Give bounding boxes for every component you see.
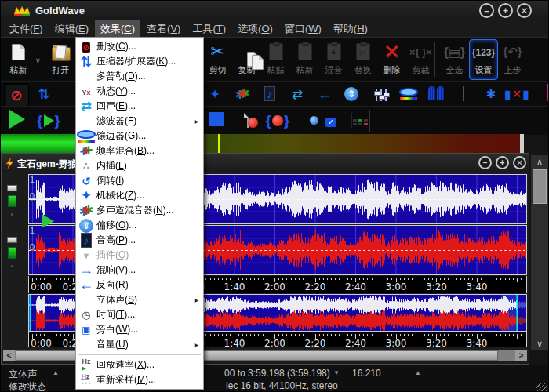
compressor-effect-button[interactable]: ⇅ — [32, 83, 56, 105]
menubar-item-W[interactable]: 窗口(W) — [279, 20, 327, 38]
folder-glyph — [52, 47, 71, 61]
scroll-down-arrow[interactable]: ∨ — [531, 337, 548, 350]
menu-item-S[interactable]: 立体声(S)► — [76, 292, 203, 307]
doc-maximize-button[interactable]: + — [496, 156, 509, 169]
ruler-tick — [339, 334, 340, 336]
menubar-item-O[interactable]: 选项(O) — [232, 20, 278, 38]
equalizer-effect-button[interactable] — [369, 83, 393, 105]
flanger-effect-button[interactable] — [397, 83, 420, 105]
offset-effect-button[interactable]: ⇕ — [340, 83, 363, 105]
selection-dropdown-icon[interactable]: ▼ — [333, 369, 340, 376]
menu-item-P[interactable]: ♪音高(P)... — [76, 233, 203, 248]
menu-item-V[interactable]: →混响(V)... — [76, 263, 203, 278]
stop-button[interactable] — [203, 109, 230, 132]
menubar-item-E[interactable]: 编辑(E) — [49, 20, 94, 38]
title-bar[interactable]: GoldWave – + ✕ — [1, 1, 549, 21]
channel-mixer-effect-button[interactable]: ✱ — [231, 83, 254, 105]
fader-level-led — [8, 247, 16, 259]
select-all-button[interactable]: {▤}全选 — [440, 39, 469, 80]
play-button[interactable] — [4, 109, 31, 132]
menu-item-I[interactable]: ↺倒转(I) — [76, 173, 203, 188]
spectrum-filter-effect-button[interactable] — [452, 83, 475, 105]
new-dropdown-caret[interactable]: ∨ — [35, 56, 41, 64]
record-selection-button[interactable] — [264, 109, 291, 132]
menu-item-W[interactable]: ▣旁白(W)... — [76, 322, 203, 337]
play-selection-button[interactable] — [35, 109, 62, 132]
menu-item-N[interactable]: ✱多声道混音器(N)... — [76, 203, 203, 218]
noise-reduction-effect-button[interactable]: ▮✕▮ — [505, 83, 529, 105]
menu-item-K[interactable]: ⇅压缩器/扩展器(K)... — [76, 54, 203, 69]
new-file-button[interactable]: 粘新 — [4, 39, 33, 80]
menu-item-C[interactable]: ⊘删改(C)... — [76, 39, 203, 54]
delete-button[interactable]: ✕删除 — [377, 39, 406, 80]
ruler-tick — [529, 278, 529, 280]
fader-handle[interactable] — [7, 237, 17, 243]
playback-marker-icon[interactable] — [42, 214, 54, 228]
menu-item-E[interactable]: ⇄回声(E)... — [76, 99, 203, 114]
doc-close-button[interactable]: ✕ — [513, 156, 526, 169]
mechanize-effect-button[interactable]: ✦ — [203, 83, 227, 105]
undo-step-button[interactable]: {↶}上步 — [498, 39, 527, 80]
menu-item-G[interactable]: 镶边器(G)... — [76, 129, 203, 143]
cut-button[interactable]: ✂剪切 — [203, 39, 232, 80]
copy-button[interactable]: 复制 — [232, 39, 261, 80]
disable-effect-button[interactable]: ⊘ — [4, 83, 29, 107]
control-properties-button[interactable] — [338, 109, 365, 132]
right-channel-fader[interactable] — [7, 237, 18, 267]
open-folder-button[interactable]: 打开 — [46, 39, 75, 80]
menubar-item-V[interactable]: 查看(V) — [141, 20, 186, 38]
gate-effect-button[interactable] — [424, 83, 448, 105]
menubar-item-H[interactable]: 帮助(H) — [328, 20, 373, 38]
maximize-button[interactable]: + — [498, 3, 513, 18]
echo-icon: ⇄ — [81, 98, 92, 114]
doc-minimize-button[interactable]: – — [478, 156, 492, 169]
left-channel-fader[interactable] — [7, 185, 18, 216]
ruler-tick — [513, 278, 514, 280]
pop-removal-effect-button[interactable]: ✱ — [479, 83, 503, 105]
menu-item-T[interactable]: ◷时间(T)... — [76, 307, 203, 322]
vertical-scrollbar[interactable]: ∧ ∨ — [531, 155, 548, 350]
reverse-effect-button[interactable]: ← — [313, 83, 336, 105]
paste-new-button[interactable]: ▫粘新 — [290, 39, 319, 80]
menu-item-U[interactable]: 音量(U)► — [76, 337, 203, 352]
scroll-left-arrow[interactable]: < — [3, 350, 15, 361]
channel-mode-dropdown-icon[interactable]: ▲ — [53, 369, 59, 376]
vertical-scroll-thumb[interactable] — [533, 169, 547, 204]
menu-item-M[interactable]: Hz∘∘∘重新采样(M)... — [76, 372, 203, 387]
ruler-tick — [400, 334, 401, 336]
scroll-right-arrow[interactable]: > — [515, 350, 527, 361]
resize-grip[interactable] — [536, 383, 547, 391]
trim-button[interactable]: ×{ }×剪裁 — [406, 39, 435, 80]
menu-item-X[interactable]: Hz▶回放速率(X)... — [76, 358, 203, 372]
menu-item-Y[interactable]: Yx动态(Y)... — [76, 84, 203, 99]
menu-item-R[interactable]: ←反向(R) — [76, 278, 203, 292]
record-selection-icon — [266, 112, 290, 129]
scroll-up-arrow[interactable]: ∧ — [531, 155, 548, 168]
value-dropdown-icon[interactable]: ▲ — [415, 369, 421, 376]
paste-button[interactable]: 粘贴 — [261, 39, 290, 80]
set-selection-button[interactable]: {123}设置 — [469, 39, 498, 80]
record-button[interactable] — [235, 109, 261, 132]
ruler-tick — [493, 278, 493, 280]
menu-item-O[interactable]: ⇕偏移(O)... — [76, 218, 203, 233]
volume-shape-effect-button[interactable] — [537, 83, 549, 105]
fader-handle[interactable] — [7, 185, 17, 191]
menubar-item-F[interactable]: 文件(F) — [4, 20, 49, 38]
pitch-effect-button[interactable]: ♪ — [258, 83, 282, 105]
echo-effect-button[interactable]: ⇄ — [285, 83, 309, 105]
close-button[interactable]: ✕ — [517, 3, 532, 18]
mix-button[interactable]: +混音 — [319, 39, 348, 80]
menubar-item-C[interactable]: 效果(C) — [95, 20, 140, 38]
menubar-item-T[interactable]: 工具(T) — [187, 20, 231, 38]
menu-item-D[interactable]: 多普勒(D)... — [76, 69, 203, 84]
ruler-tick — [400, 278, 401, 280]
ruler-label: 3:40 — [467, 281, 488, 292]
ruler-label: 2:40 — [345, 281, 366, 292]
replace-button[interactable]: [x]替换 — [348, 39, 377, 80]
minimize-button[interactable]: – — [479, 3, 494, 18]
menu-item-Z[interactable]: ✦机械化(Z)... — [76, 188, 203, 203]
menu-item-Q[interactable]: ▼插件(Q) — [76, 248, 203, 263]
menu-item-F[interactable]: 滤波器(F)► — [76, 114, 203, 129]
menu-item-B[interactable]: ✚频率混合(B)... — [76, 143, 203, 158]
menu-item-L[interactable]: ∴内插(L) — [76, 158, 203, 173]
